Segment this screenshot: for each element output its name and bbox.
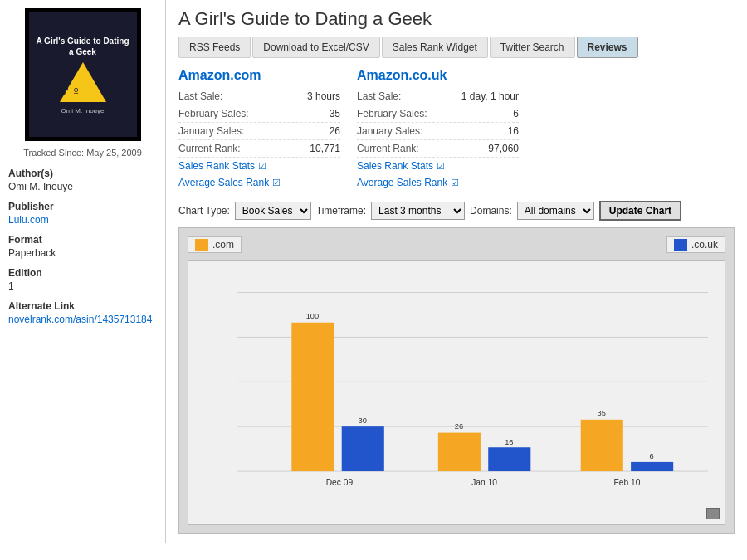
label-jan-com: 26 [455,422,463,431]
label-feb-uk: 6 [650,452,654,460]
publisher-link[interactable]: Lulu.com [8,214,49,226]
domains-select[interactable]: All domains .com only .co.uk only [517,202,594,220]
label-dec-com: 100 [306,312,320,320]
amazon-uk-section: Amazon.co.uk Last Sale: 1 day, 1 hour Fe… [357,68,519,191]
amazon-uk-last-sale: Last Sale: 1 day, 1 hour [357,88,519,105]
chart-type-select[interactable]: Book Sales Sales Rank [235,202,311,220]
timeframe-label: Timeframe: [316,205,366,217]
publisher-label: Publisher [8,201,157,212]
amazon-com-stats-row: Sales Rank Stats ☑ [178,158,340,174]
amazon-com-stats-link[interactable]: Sales Rank Stats [178,160,255,172]
format-label: Format [8,234,157,246]
uk-stats-check-icon: ☑ [437,161,445,172]
edition-value: 1 [8,280,157,292]
label-dec-month: Dec 09 [326,478,354,487]
cover-title: A Girl's Guide to Dating a Geek [36,36,130,57]
alt-link[interactable]: novelrank.com/asin/1435713184 [8,314,152,325]
tracked-since-label: Tracked Since: [23,148,84,158]
label-dec-uk: 30 [359,416,367,425]
author-value: Omi M. Inouye [8,181,157,192]
amazon-uk-feb: February Sales: 6 [357,105,519,123]
amazon-com-avg-row: Average Sales Rank ☑ [178,174,340,191]
update-chart-button[interactable]: Update Chart [599,201,681,221]
sidebar: A Girl's Guide to Dating a Geek ♂♀ Omi M… [0,0,166,543]
amazon-com-rank: Current Rank: 10,771 [178,140,340,158]
amazon-uk-avg-row: Average Sales Rank ☑ [357,174,519,191]
label-jan-month: Jan 10 [471,478,497,487]
tab-excel[interactable]: Download to Excel/CSV [252,37,379,58]
edition-label: Edition [8,267,157,279]
bar-jan-uk [488,447,530,471]
legend-uk-label: .co.uk [691,239,718,251]
label-feb-com: 35 [598,409,606,417]
chart-legend: .com .co.uk [188,236,725,253]
tab-twitter[interactable]: Twitter Search [490,37,575,58]
bar-feb-com [581,420,623,471]
amazon-uk-jan: January Sales: 16 [357,123,519,140]
amazon-uk-rank: Current Rank: 97,060 [357,140,519,158]
format-value: Paperback [8,247,157,259]
amazon-sections: Amazon.com Last Sale: 3 hours February S… [178,68,735,191]
book-cover: A Girl's Guide to Dating a Geek ♂♀ Omi M… [25,8,141,141]
timeframe-select[interactable]: Last 3 months Last 6 months Last 12 mont… [371,202,465,220]
bar-dec-uk [342,426,384,471]
alt-link-label: Alternate Link [8,300,157,312]
tab-rss[interactable]: RSS Feeds [178,37,251,58]
amazon-com-title[interactable]: Amazon.com [178,68,340,83]
amazon-uk-title[interactable]: Amazon.co.uk [357,68,519,83]
label-jan-uk: 16 [505,438,513,446]
chart-controls: Chart Type: Book Sales Sales Rank Timefr… [178,201,735,221]
amazon-uk-stats-link[interactable]: Sales Rank Stats [357,160,433,172]
bar-dec-com [291,323,334,471]
chart-svg: 120 90 60 30 0 1 [230,269,708,501]
chart-type-label: Chart Type: [178,205,230,217]
domains-label: Domains: [470,205,512,217]
amazon-uk-avg-link[interactable]: Average Sales Rank [357,177,447,188]
stats-check-icon: ☑ [258,161,266,172]
legend-com: .com [188,236,242,253]
tab-widget[interactable]: Sales Rank Widget [382,37,488,58]
avg-check-icon: ☑ [272,178,281,188]
amazon-uk-stats-row: Sales Rank Stats ☑ [357,158,519,174]
author-label: Author(s) [8,168,157,179]
chart-area: 120 90 60 30 0 1 [188,260,725,525]
cover-figures: ♂♀ [60,83,82,100]
tracked-since: Tracked Since: May 25, 2009 [8,148,157,158]
main-content: A Girl's Guide to Dating a Geek RSS Feed… [166,0,747,543]
bar-jan-com [438,433,481,471]
label-feb-month: Feb 10 [614,478,641,487]
legend-com-label: .com [212,239,234,251]
expand-icon[interactable] [706,508,720,519]
legend-uk-color [674,239,687,251]
amazon-com-avg-link[interactable]: Average Sales Rank [178,177,269,188]
amazon-com-last-sale: Last Sale: 3 hours [178,88,340,105]
amazon-com-feb: February Sales: 35 [178,105,340,123]
tabs-bar: RSS Feeds Download to Excel/CSV Sales Ra… [178,37,735,58]
page-title: A Girl's Guide to Dating a Geek [178,8,735,30]
bar-feb-uk [631,462,673,471]
legend-uk: .co.uk [666,236,725,253]
tab-reviews[interactable]: Reviews [577,37,638,58]
cover-author: Omi M. Inouye [61,107,104,114]
uk-avg-check-icon: ☑ [451,178,459,188]
legend-com-color [195,239,208,251]
tracked-since-value: May 25, 2009 [86,148,142,158]
chart-container: .com .co.uk 120 90 60 30 0 [178,227,735,534]
amazon-com-jan: January Sales: 26 [178,123,340,140]
amazon-com-section: Amazon.com Last Sale: 3 hours February S… [178,68,340,191]
